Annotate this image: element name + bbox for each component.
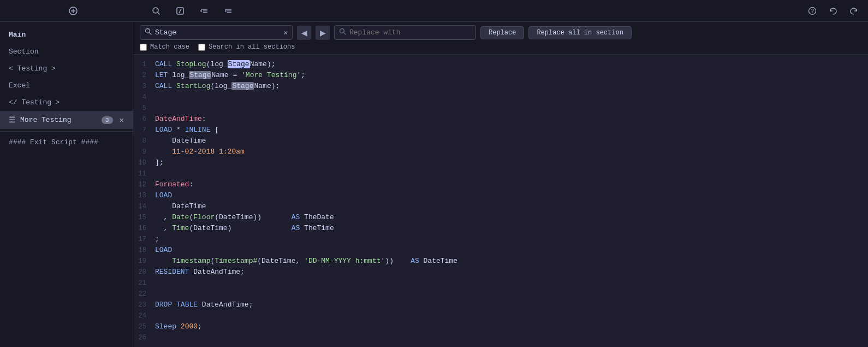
line-num-15: 15 bbox=[133, 212, 155, 223]
line-content-1: CALL StopLog(log_StageName); bbox=[155, 59, 861, 70]
line-content-10: ]; bbox=[155, 157, 861, 168]
svg-point-17 bbox=[340, 29, 344, 33]
line-content-25: Sleep 2000; bbox=[155, 321, 861, 332]
indent-increase-icon[interactable] bbox=[221, 3, 236, 19]
line-num-12: 12 bbox=[133, 179, 155, 190]
code-line-9: 9 11-02-2018 1:20am bbox=[133, 146, 868, 157]
code-line-10: 10 ]; bbox=[133, 157, 868, 168]
svg-line-18 bbox=[344, 33, 346, 34]
code-line-25: 25 Sleep 2000; bbox=[133, 321, 868, 332]
line-num-6: 6 bbox=[133, 114, 155, 125]
line-content-19: Timestamp(Timestamp#(DateTime, 'DD-MM-YY… bbox=[155, 256, 861, 267]
line-content-20: RESIDENT DateAndTime; bbox=[155, 267, 861, 278]
line-content-16: , Time(DateTime) AS TheTime bbox=[155, 223, 861, 234]
indent-decrease-icon[interactable] bbox=[197, 3, 212, 19]
search-next-button[interactable]: ▶ bbox=[316, 26, 330, 40]
line-num-10: 10 bbox=[133, 157, 155, 168]
replace-all-button[interactable]: Replace all in section bbox=[528, 26, 631, 39]
code-line-6: 6 DateAndTime: bbox=[133, 114, 868, 125]
toolbar: ? bbox=[0, 0, 868, 22]
line-num-22: 22 bbox=[133, 289, 155, 299]
sidebar-section-label: Section bbox=[9, 48, 39, 56]
line-num-20: 20 bbox=[133, 267, 155, 278]
search-all-text: Search in all sections bbox=[209, 43, 295, 51]
search-all-sections-label[interactable]: Search in all sections bbox=[198, 43, 295, 51]
line-num-11: 11 bbox=[133, 168, 155, 179]
code-line-13: 13 LOAD bbox=[133, 190, 868, 201]
sidebar-item-exit-script[interactable]: #### Exit Script #### bbox=[0, 134, 133, 151]
line-content-2: LET log_StageName = 'More Testing'; bbox=[155, 70, 861, 81]
search-toolbar-icon[interactable] bbox=[148, 3, 164, 19]
code-line-4: 4 bbox=[133, 92, 868, 103]
undo-icon[interactable] bbox=[825, 3, 841, 19]
slash-icon[interactable] bbox=[173, 3, 188, 19]
line-num-2: 2 bbox=[133, 70, 155, 81]
svg-point-15 bbox=[146, 29, 150, 33]
help-icon[interactable]: ? bbox=[805, 3, 820, 19]
sidebar-excel-label: Excel bbox=[9, 81, 30, 90]
replace-input-wrap bbox=[334, 25, 476, 40]
code-line-11: 11 bbox=[133, 168, 868, 179]
sidebar-more-testing-label: More Testing bbox=[20, 116, 72, 124]
line-num-7: 7 bbox=[133, 125, 155, 136]
code-line-21: 21 bbox=[133, 278, 868, 289]
sidebar-item-testing2[interactable]: </ Testing > bbox=[0, 94, 133, 111]
search-all-checkbox[interactable] bbox=[198, 44, 205, 51]
code-line-3: 3 CALL StartLog(log_StageName); bbox=[133, 81, 868, 92]
code-editor[interactable]: 1 CALL StopLog(log_StageName); 2 LET log… bbox=[133, 55, 868, 347]
line-content-17: ; bbox=[155, 234, 861, 245]
line-content-23: DROP TABLE DateAndTime; bbox=[155, 299, 861, 310]
toolbar-right: ? bbox=[245, 3, 861, 19]
line-num-17: 17 bbox=[133, 234, 155, 245]
add-icon[interactable] bbox=[66, 3, 81, 19]
code-line-15: 15 , Date(Floor(DateTime)) AS TheDate bbox=[133, 212, 868, 223]
code-line-23: 23 DROP TABLE DateAndTime; bbox=[133, 299, 868, 310]
search-input-icon bbox=[145, 28, 152, 37]
code-line-5: 5 bbox=[133, 103, 868, 114]
code-line-18: 18 LOAD bbox=[133, 245, 868, 256]
line-num-16: 16 bbox=[133, 223, 155, 234]
line-content-14: DateTime bbox=[155, 201, 861, 212]
match-case-text: Match case bbox=[150, 43, 189, 51]
replace-input[interactable] bbox=[349, 28, 471, 37]
sidebar-item-excel[interactable]: Excel bbox=[0, 77, 133, 94]
line-num-25: 25 bbox=[133, 321, 155, 332]
search-bar: ✕ ◀ ▶ Replace Replace all in section bbox=[133, 22, 868, 55]
sidebar-testing2-label: </ Testing > bbox=[9, 98, 60, 107]
search-input[interactable] bbox=[155, 28, 283, 37]
search-row: ✕ ◀ ▶ Replace Replace all in section bbox=[140, 25, 861, 40]
line-num-19: 19 bbox=[133, 256, 155, 267]
sidebar-item-main[interactable]: Main bbox=[0, 26, 133, 43]
sidebar-item-testing1[interactable]: < Testing > bbox=[0, 60, 133, 77]
options-row: Match case Search in all sections bbox=[140, 43, 861, 51]
line-num-26: 26 bbox=[133, 332, 155, 343]
code-line-12: 12 Formated: bbox=[133, 179, 868, 190]
line-content-3: CALL StartLog(log_StageName); bbox=[155, 81, 861, 92]
code-line-20: 20 RESIDENT DateAndTime; bbox=[133, 267, 868, 278]
line-num-4: 4 bbox=[133, 92, 155, 103]
redo-icon[interactable] bbox=[846, 3, 861, 19]
match-case-checkbox[interactable] bbox=[140, 44, 147, 51]
code-line-16: 16 , Time(DateTime) AS TheTime bbox=[133, 223, 868, 234]
code-line-14: 14 DateTime bbox=[133, 201, 868, 212]
editor-area: ✕ ◀ ▶ Replace Replace all in section bbox=[133, 22, 868, 347]
line-num-5: 5 bbox=[133, 103, 155, 114]
line-content-13: LOAD bbox=[155, 190, 861, 201]
close-icon[interactable]: ✕ bbox=[120, 115, 124, 125]
replace-button[interactable]: Replace bbox=[480, 26, 524, 39]
sidebar-item-section[interactable]: Section bbox=[0, 43, 133, 60]
line-num-18: 18 bbox=[133, 245, 155, 256]
line-content-8: DateTime bbox=[155, 136, 861, 146]
clear-search-icon[interactable]: ✕ bbox=[283, 28, 288, 37]
main-layout: Main Section < Testing > Excel </ Testin… bbox=[0, 22, 868, 347]
svg-line-6 bbox=[179, 9, 181, 13]
line-content-6: DateAndTime: bbox=[155, 114, 861, 125]
sidebar: Main Section < Testing > Excel </ Testin… bbox=[0, 22, 133, 347]
toolbar-left bbox=[7, 3, 140, 19]
sidebar-main-label: Main bbox=[9, 31, 26, 39]
sidebar-exit-label: #### Exit Script #### bbox=[9, 138, 98, 146]
line-num-3: 3 bbox=[133, 81, 155, 92]
search-prev-button[interactable]: ◀ bbox=[297, 26, 311, 40]
sidebar-item-more-testing[interactable]: ☰ More Testing 3 ✕ bbox=[0, 111, 133, 129]
match-case-label[interactable]: Match case bbox=[140, 43, 189, 51]
